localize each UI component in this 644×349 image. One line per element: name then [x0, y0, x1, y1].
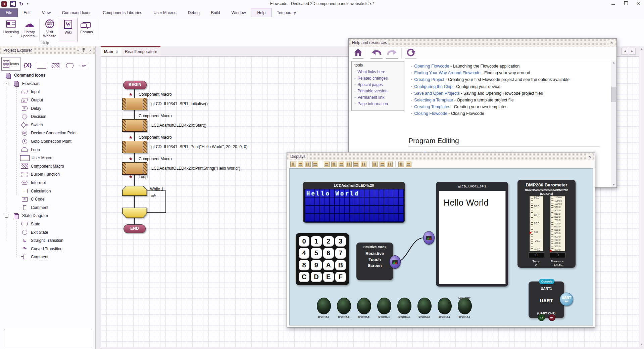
- component-macro-node[interactable]: [122, 98, 147, 110]
- back-icon[interactable]: [370, 48, 383, 59]
- explorer-tab-user-macros[interactable]: [35, 60, 49, 71]
- displays-tool-12-icon[interactable]: [380, 162, 385, 167]
- displays-tool-9-icon[interactable]: [353, 162, 359, 167]
- tree-item-calculation[interactable]: =Calculation: [0, 187, 95, 195]
- tree-item-built-in-function[interactable]: Built-in Function: [0, 170, 95, 179]
- tree-item-curved-transition[interactable]: ↷Curved Transition: [0, 245, 95, 253]
- help-scrollbar[interactable]: ▲ ▼: [611, 60, 616, 187]
- tree-item-comment[interactable]: Comment: [0, 253, 95, 261]
- keypad-key-D[interactable]: D: [311, 272, 321, 282]
- led-porta-4[interactable]: [377, 298, 391, 314]
- displays-window-titlebar[interactable]: Displays ×: [287, 152, 595, 161]
- panel-close-icon[interactable]: ×: [88, 48, 93, 53]
- loop-end-node[interactable]: [122, 208, 147, 218]
- component-macro-node[interactable]: [122, 141, 147, 153]
- tools-link-page-information[interactable]: ▪Page information: [354, 101, 404, 106]
- tree-item-straight-transition[interactable]: ↳Straight Transition: [0, 236, 95, 245]
- pin-icon[interactable]: [82, 48, 85, 53]
- minimize-button[interactable]: [609, 1, 617, 7]
- menu-item-command-icons[interactable]: Command Icons: [56, 8, 97, 17]
- tab-close-icon[interactable]: ×: [116, 48, 118, 56]
- keypad-key-2[interactable]: 2: [323, 236, 334, 247]
- menu-item-components-libraries[interactable]: Components Libraries: [97, 8, 148, 17]
- keypad-key-B[interactable]: B: [335, 260, 346, 270]
- menu-item-view[interactable]: View: [36, 8, 56, 17]
- menu-item-user-macros[interactable]: User Macros: [148, 8, 182, 17]
- scroll-down-icon[interactable]: ▼: [640, 343, 643, 346]
- explorer-tab-events[interactable]: EV: [77, 60, 91, 71]
- led-porta-2[interactable]: [417, 298, 432, 314]
- tab-scroll-left-icon[interactable]: ◄: [622, 48, 628, 55]
- help-window-titlebar[interactable]: Help and resources ×: [349, 39, 616, 47]
- tree-item-state-diagram[interactable]: -State Diagram: [0, 212, 95, 220]
- help-link-configuring-the-chip[interactable]: ▪Configuring the Chip - Configuring your…: [411, 83, 610, 90]
- tools-link-special-pages[interactable]: ▪Special pages: [354, 82, 404, 87]
- close-button[interactable]: ×: [635, 1, 643, 7]
- tree-item-c-code[interactable]: CC Code: [0, 195, 95, 204]
- bmp280-barometer-component[interactable]: BMP280 Barometer GroveBarometerSensorBMP…: [517, 180, 576, 268]
- expander-icon[interactable]: -: [5, 82, 8, 85]
- menu-item-help[interactable]: Help: [251, 8, 271, 17]
- displays-tool-3-icon[interactable]: [305, 162, 311, 167]
- tree-item-state[interactable]: State: [0, 220, 95, 228]
- displays-tool-1-icon[interactable]: [290, 162, 296, 167]
- quick-access-dropdown-icon[interactable]: ▾: [27, 2, 28, 5]
- forward-icon[interactable]: [386, 48, 398, 59]
- maximize-button[interactable]: [622, 1, 630, 7]
- tree-item-interrupt[interactable]: Interrupt: [0, 179, 95, 187]
- keypad-key-3[interactable]: 3: [335, 236, 346, 247]
- tree-item-goto-connection-point[interactable]: AGoto Connection Point: [0, 137, 95, 146]
- forums-button[interactable]: Forums: [78, 18, 96, 42]
- tree-item-component-macro[interactable]: Component Macro: [0, 162, 95, 171]
- keypad-key-9[interactable]: 9: [311, 260, 321, 270]
- help-scroll-up-icon[interactable]: ▲: [611, 60, 616, 65]
- panel-dropdown-icon[interactable]: ▼: [77, 49, 79, 52]
- help-link-creating-templates[interactable]: ▪Creating Templates - Creating your own …: [411, 103, 610, 110]
- tools-link-what-links-here[interactable]: ▪What links here: [354, 70, 404, 74]
- displays-tool-14-icon[interactable]: [398, 162, 404, 167]
- help-link-selecting-a-template[interactable]: ▪Selecting a Template - Opening a templa…: [411, 97, 610, 103]
- led-porta-0[interactable]: [458, 298, 472, 314]
- keypad-key-5[interactable]: 5: [311, 248, 321, 258]
- menu-item-window[interactable]: Window: [226, 8, 252, 17]
- led-porta-1[interactable]: [438, 298, 452, 314]
- menu-item-temporary[interactable]: Temporary: [271, 8, 302, 17]
- tab-readtemperature[interactable]: ReadTemperature: [121, 46, 160, 56]
- tools-link-permanent-link[interactable]: ▪Permanent link: [354, 95, 404, 100]
- expander-icon[interactable]: -: [5, 214, 8, 218]
- help-scroll-thumb[interactable]: [611, 87, 616, 102]
- licensing-button[interactable]: Licensing▾: [2, 18, 20, 42]
- keypad-key-C[interactable]: C: [299, 272, 309, 282]
- displays-tool-8-icon[interactable]: [346, 162, 352, 167]
- keypad-key-7[interactable]: 7: [335, 248, 346, 258]
- help-link-opening-flowcode[interactable]: ▪Opening Flowcode - Launching the Flowco…: [411, 63, 610, 70]
- displays-tool-10-icon[interactable]: [361, 162, 366, 167]
- displays-tool-4-icon[interactable]: [312, 162, 318, 167]
- displays-tool-15-icon[interactable]: [406, 162, 411, 167]
- tree-item-switch[interactable]: mSwitch: [0, 121, 95, 129]
- tools-link-printable-version[interactable]: ▪Printable version: [354, 89, 404, 93]
- keypad-key-E[interactable]: E: [323, 272, 334, 282]
- tree-item-declare-connection-point[interactable]: A:Declare Connection Point: [0, 129, 95, 137]
- scroll-up-icon[interactable]: ▲: [640, 47, 643, 50]
- tree-item-user-macro[interactable]: User Macro: [0, 154, 95, 162]
- refresh-page-icon[interactable]: [405, 48, 416, 59]
- touch-connector-icon[interactable]: [389, 255, 401, 269]
- tree-item-loop[interactable]: Loop: [0, 145, 95, 154]
- explorer-tab-component-macros[interactable]: [49, 60, 63, 71]
- loop-start-node[interactable]: [122, 186, 147, 196]
- tree-item-delay[interactable]: DDelay: [0, 104, 95, 113]
- wiki-button[interactable]: WWiki: [59, 18, 78, 42]
- help-link-closing-flowcode[interactable]: ▪Closing Flowcode - Closing Flowcode: [411, 110, 610, 117]
- help-scroll-down-icon[interactable]: ▼: [611, 182, 616, 187]
- menu-item-debug[interactable]: Debug: [182, 8, 205, 17]
- end-node[interactable]: END: [123, 224, 146, 233]
- keypad-key-4[interactable]: 4: [299, 248, 309, 258]
- keypad-key-8[interactable]: 8: [299, 260, 309, 270]
- save-icon[interactable]: [10, 1, 16, 7]
- description-box[interactable]: [4, 329, 92, 347]
- help-window-close-icon[interactable]: ×: [609, 40, 614, 45]
- led-porta-5[interactable]: [357, 298, 371, 314]
- begin-node[interactable]: BEGIN: [123, 81, 147, 89]
- uart-component[interactable]: Console UART1 UART UARTAPI (UART CH1) TX…: [529, 281, 564, 318]
